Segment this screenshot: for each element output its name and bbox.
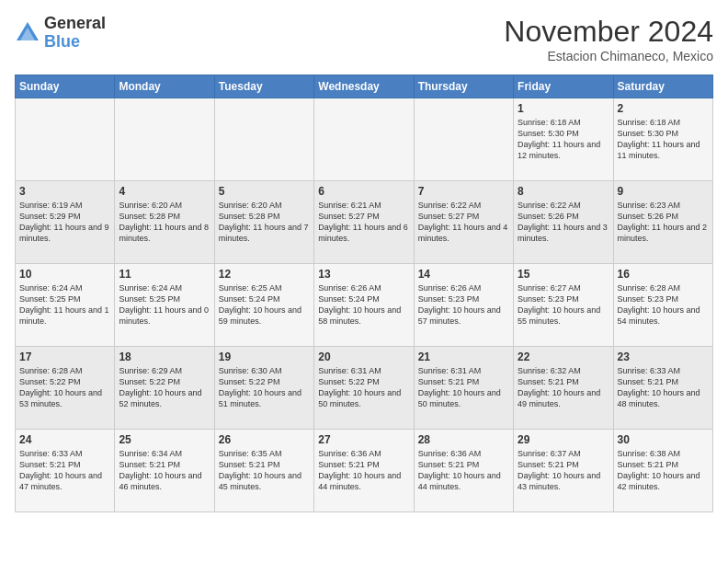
header-wednesday: Wednesday (314, 75, 414, 98)
day-info: Sunrise: 6:22 AM Sunset: 5:26 PM Dayligh… (518, 200, 609, 245)
day-number: 7 (418, 185, 509, 198)
calendar-cell: 11Sunrise: 6:24 AM Sunset: 5:25 PM Dayli… (115, 264, 214, 347)
header-row: SundayMondayTuesdayWednesdayThursdayFrid… (16, 75, 713, 98)
logo-blue-text: Blue (44, 33, 106, 52)
logo-icon (15, 20, 40, 46)
calendar-cell (115, 98, 214, 181)
day-number: 24 (19, 433, 110, 446)
day-info: Sunrise: 6:36 AM Sunset: 5:21 PM Dayligh… (318, 448, 409, 493)
calendar-cell: 29Sunrise: 6:37 AM Sunset: 5:21 PM Dayli… (514, 430, 613, 512)
day-info: Sunrise: 6:33 AM Sunset: 5:21 PM Dayligh… (618, 365, 709, 410)
day-number: 12 (219, 268, 310, 281)
day-number: 27 (318, 433, 409, 446)
calendar-cell: 15Sunrise: 6:27 AM Sunset: 5:23 PM Dayli… (514, 264, 613, 347)
header-sunday: Sunday (16, 75, 115, 98)
day-number: 29 (518, 433, 609, 446)
calendar-cell: 28Sunrise: 6:36 AM Sunset: 5:21 PM Dayli… (414, 430, 513, 512)
calendar-table: SundayMondayTuesdayWednesdayThursdayFrid… (15, 75, 713, 512)
month-title: November 2024 (504, 15, 713, 49)
day-info: Sunrise: 6:18 AM Sunset: 5:30 PM Dayligh… (618, 117, 709, 162)
header-friday: Friday (514, 75, 613, 98)
day-info: Sunrise: 6:34 AM Sunset: 5:21 PM Dayligh… (119, 448, 210, 493)
day-number: 4 (119, 185, 210, 198)
logo: General Blue (15, 15, 106, 52)
calendar-cell (414, 98, 513, 181)
day-info: Sunrise: 6:38 AM Sunset: 5:21 PM Dayligh… (618, 448, 709, 493)
day-number: 6 (318, 185, 409, 198)
header-tuesday: Tuesday (214, 75, 313, 98)
location-text: Estacion Chimaneco, Mexico (504, 49, 713, 63)
day-info: Sunrise: 6:20 AM Sunset: 5:28 PM Dayligh… (219, 200, 310, 245)
page-header: General Blue November 2024 Estacion Chim… (15, 15, 713, 63)
calendar-body: 1Sunrise: 6:18 AM Sunset: 5:30 PM Daylig… (16, 98, 713, 512)
calendar-cell: 13Sunrise: 6:26 AM Sunset: 5:24 PM Dayli… (314, 264, 414, 347)
calendar-cell: 25Sunrise: 6:34 AM Sunset: 5:21 PM Dayli… (115, 430, 214, 512)
calendar-header: SundayMondayTuesdayWednesdayThursdayFrid… (16, 75, 713, 98)
day-number: 8 (518, 185, 609, 198)
day-number: 19 (219, 350, 310, 363)
calendar-cell (214, 98, 313, 181)
day-info: Sunrise: 6:35 AM Sunset: 5:21 PM Dayligh… (219, 448, 310, 493)
day-info: Sunrise: 6:36 AM Sunset: 5:21 PM Dayligh… (418, 448, 509, 493)
calendar-cell: 7Sunrise: 6:22 AM Sunset: 5:27 PM Daylig… (414, 181, 513, 264)
calendar-week-3: 10Sunrise: 6:24 AM Sunset: 5:25 PM Dayli… (16, 264, 713, 347)
day-number: 13 (318, 268, 409, 281)
title-block: November 2024 Estacion Chimaneco, Mexico (504, 15, 713, 63)
day-info: Sunrise: 6:32 AM Sunset: 5:21 PM Dayligh… (518, 365, 609, 410)
header-monday: Monday (115, 75, 214, 98)
calendar-cell: 2Sunrise: 6:18 AM Sunset: 5:30 PM Daylig… (613, 98, 712, 181)
calendar-week-5: 24Sunrise: 6:33 AM Sunset: 5:21 PM Dayli… (16, 430, 713, 512)
day-number: 20 (318, 350, 409, 363)
header-thursday: Thursday (414, 75, 513, 98)
day-info: Sunrise: 6:28 AM Sunset: 5:22 PM Dayligh… (19, 365, 110, 410)
day-info: Sunrise: 6:31 AM Sunset: 5:21 PM Dayligh… (418, 365, 509, 410)
calendar-cell: 27Sunrise: 6:36 AM Sunset: 5:21 PM Dayli… (314, 430, 414, 512)
day-number: 14 (418, 268, 509, 281)
day-info: Sunrise: 6:22 AM Sunset: 5:27 PM Dayligh… (418, 200, 509, 245)
day-info: Sunrise: 6:20 AM Sunset: 5:28 PM Dayligh… (119, 200, 210, 245)
calendar-cell: 22Sunrise: 6:32 AM Sunset: 5:21 PM Dayli… (514, 347, 613, 430)
day-info: Sunrise: 6:26 AM Sunset: 5:24 PM Dayligh… (318, 282, 409, 327)
logo-general-text: General (44, 15, 106, 33)
calendar-cell: 19Sunrise: 6:30 AM Sunset: 5:22 PM Dayli… (214, 347, 313, 430)
day-info: Sunrise: 6:25 AM Sunset: 5:24 PM Dayligh… (219, 282, 310, 327)
calendar-cell: 26Sunrise: 6:35 AM Sunset: 5:21 PM Dayli… (214, 430, 313, 512)
calendar-cell: 16Sunrise: 6:28 AM Sunset: 5:23 PM Dayli… (613, 264, 712, 347)
calendar-week-4: 17Sunrise: 6:28 AM Sunset: 5:22 PM Dayli… (16, 347, 713, 430)
day-number: 17 (19, 350, 110, 363)
day-info: Sunrise: 6:33 AM Sunset: 5:21 PM Dayligh… (19, 448, 110, 493)
day-info: Sunrise: 6:21 AM Sunset: 5:27 PM Dayligh… (318, 200, 409, 245)
calendar-week-1: 1Sunrise: 6:18 AM Sunset: 5:30 PM Daylig… (16, 98, 713, 181)
day-info: Sunrise: 6:18 AM Sunset: 5:30 PM Dayligh… (518, 117, 609, 162)
day-number: 22 (518, 350, 609, 363)
day-info: Sunrise: 6:19 AM Sunset: 5:29 PM Dayligh… (19, 200, 110, 245)
calendar-cell: 14Sunrise: 6:26 AM Sunset: 5:23 PM Dayli… (414, 264, 513, 347)
day-info: Sunrise: 6:30 AM Sunset: 5:22 PM Dayligh… (219, 365, 310, 410)
calendar-cell: 5Sunrise: 6:20 AM Sunset: 5:28 PM Daylig… (214, 181, 313, 264)
day-info: Sunrise: 6:29 AM Sunset: 5:22 PM Dayligh… (119, 365, 210, 410)
day-info: Sunrise: 6:24 AM Sunset: 5:25 PM Dayligh… (19, 282, 110, 327)
day-info: Sunrise: 6:37 AM Sunset: 5:21 PM Dayligh… (518, 448, 609, 493)
calendar-cell: 4Sunrise: 6:20 AM Sunset: 5:28 PM Daylig… (115, 181, 214, 264)
header-saturday: Saturday (613, 75, 712, 98)
day-number: 9 (618, 185, 709, 198)
calendar-cell: 24Sunrise: 6:33 AM Sunset: 5:21 PM Dayli… (16, 430, 115, 512)
day-info: Sunrise: 6:27 AM Sunset: 5:23 PM Dayligh… (518, 282, 609, 327)
calendar-cell (314, 98, 414, 181)
day-number: 30 (618, 433, 709, 446)
calendar-cell: 3Sunrise: 6:19 AM Sunset: 5:29 PM Daylig… (16, 181, 115, 264)
day-number: 5 (219, 185, 310, 198)
day-info: Sunrise: 6:24 AM Sunset: 5:25 PM Dayligh… (119, 282, 210, 327)
calendar-cell: 8Sunrise: 6:22 AM Sunset: 5:26 PM Daylig… (514, 181, 613, 264)
calendar-cell: 20Sunrise: 6:31 AM Sunset: 5:22 PM Dayli… (314, 347, 414, 430)
calendar-cell: 23Sunrise: 6:33 AM Sunset: 5:21 PM Dayli… (613, 347, 712, 430)
day-number: 25 (119, 433, 210, 446)
day-info: Sunrise: 6:31 AM Sunset: 5:22 PM Dayligh… (318, 365, 409, 410)
day-number: 28 (418, 433, 509, 446)
calendar-cell: 9Sunrise: 6:23 AM Sunset: 5:26 PM Daylig… (613, 181, 712, 264)
day-number: 10 (19, 268, 110, 281)
day-number: 1 (518, 102, 609, 115)
day-info: Sunrise: 6:23 AM Sunset: 5:26 PM Dayligh… (618, 200, 709, 245)
calendar-cell: 17Sunrise: 6:28 AM Sunset: 5:22 PM Dayli… (16, 347, 115, 430)
day-number: 16 (618, 268, 709, 281)
